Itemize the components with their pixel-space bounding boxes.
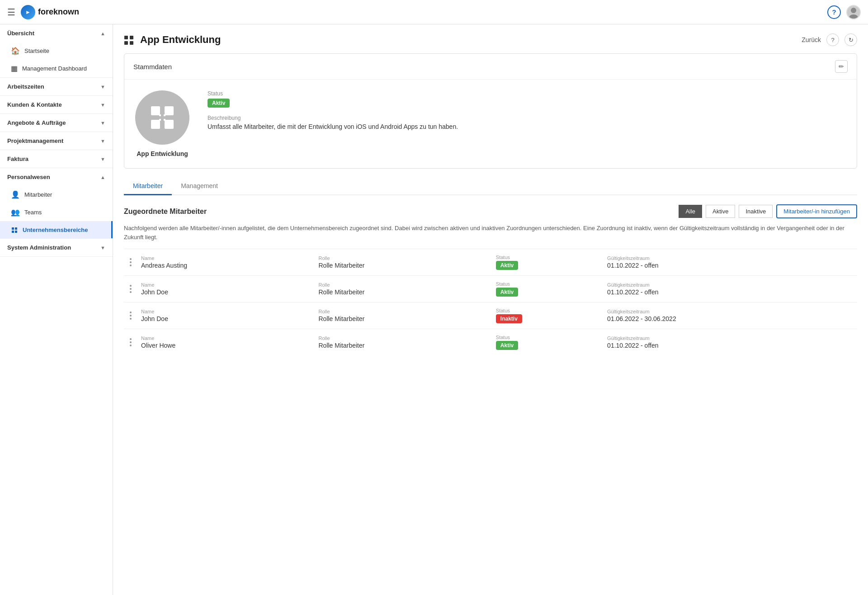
sidebar-section-personalwesen: Personalwesen ▲ 👤 Mitarbeiter 👥 Teams [0, 168, 113, 239]
section-description: Nachfolgend werden alle Mitarbeiter/-inn… [124, 224, 857, 241]
topbar-left: ☰ foreknown [7, 5, 79, 19]
role-col-label: Rolle [318, 255, 488, 261]
department-icon [11, 226, 18, 234]
col-status: Status Aktiv [492, 276, 604, 302]
avatar-circle [135, 90, 189, 145]
col-status: Status Inaktiv [492, 302, 604, 329]
col-status: Status Aktiv [492, 249, 604, 276]
status-badge: Aktiv [208, 99, 230, 108]
role-col-label: Rolle [318, 309, 488, 314]
employee-name: John Doe [141, 288, 311, 296]
employee-table: Name Andreas Austing Rolle Rolle Mitarbe… [124, 249, 857, 355]
app-logo: foreknown [21, 5, 79, 19]
sidebar-section-header-system[interactable]: System Administration ▼ [0, 239, 113, 256]
role-col-label: Rolle [318, 335, 488, 341]
sidebar-section-system: System Administration ▼ [0, 239, 113, 257]
tab-management[interactable]: Management [172, 178, 227, 195]
svg-rect-18 [165, 107, 173, 115]
sidebar-section-label: System Administration [7, 244, 71, 251]
section-header: Zugeordnete Mitarbeiter Alle Aktive Inak… [124, 204, 857, 218]
employee-validity: 01.06.2022 - 30.06.2022 [607, 315, 854, 322]
page-header: App Entwicklung Zurück ? ↻ [124, 33, 857, 46]
logo-icon [21, 5, 35, 19]
page-header-actions: Zurück ? ↻ [802, 33, 857, 46]
sidebar-item-management-dashboard[interactable]: ▦ Management Dashboard [0, 60, 113, 77]
home-icon: 🏠 [11, 47, 20, 55]
name-col-label: Name [141, 335, 311, 341]
row-menu-icon[interactable] [124, 302, 137, 329]
filter-alle-button[interactable]: Alle [679, 205, 702, 218]
tabs: Mitarbeiter Management [124, 178, 857, 195]
description-value: Umfasst alle Mitarbeiter, die mit der En… [208, 123, 846, 130]
chevron-down-icon: ▼ [100, 138, 105, 144]
edit-button[interactable]: ✏ [835, 60, 848, 73]
employee-role: Rolle Mitarbeiter [318, 342, 488, 349]
sidebar-item-startseite[interactable]: 🏠 Startseite [0, 42, 113, 60]
sidebar-section-uebersicht: Übersicht ▲ 🏠 Startseite ▦ Management Da… [0, 24, 113, 78]
stammdaten-title: Stammdaten [133, 63, 172, 71]
section-actions: Alle Aktive Inaktive Mitarbeiter/-in hin… [679, 204, 857, 218]
row-menu-icon[interactable] [124, 249, 137, 276]
svg-rect-7 [130, 36, 133, 39]
sidebar-section-label: Projektmanagement [7, 137, 63, 144]
person-icon: 👤 [11, 190, 20, 199]
sidebar-section-header-uebersicht[interactable]: Übersicht ▲ [0, 24, 113, 42]
sidebar-item-teams[interactable]: 👥 Teams [0, 203, 113, 221]
status-col-label: Status [496, 335, 600, 340]
help-button[interactable]: ? [826, 33, 839, 46]
tab-mitarbeiter[interactable]: Mitarbeiter [124, 178, 172, 195]
col-validity: Gültigkeitszeitraum 01.06.2022 - 30.06.2… [604, 302, 857, 329]
team-name-label: App Entwicklung [137, 150, 188, 157]
svg-rect-16 [151, 116, 174, 119]
sidebar-section-header-faktura[interactable]: Faktura ▼ [0, 150, 113, 168]
sidebar-section-arbeitszeiten: Arbeitszeiten ▼ [0, 78, 113, 96]
user-avatar[interactable] [846, 5, 861, 19]
col-name: Name Oliver Howe [137, 329, 315, 356]
section-title: Zugeordnete Mitarbeiter [124, 208, 207, 216]
main-layout: Übersicht ▲ 🏠 Startseite ▦ Management Da… [0, 24, 868, 595]
employee-role: Rolle Mitarbeiter [318, 262, 488, 269]
description-label: Beschreibung [208, 115, 846, 121]
sidebar-item-mitarbeiter[interactable]: 👤 Mitarbeiter [0, 186, 113, 203]
hamburger-icon[interactable]: ☰ [7, 7, 15, 18]
row-menu-icon[interactable] [124, 276, 137, 302]
name-col-label: Name [141, 309, 311, 314]
three-dots-icon[interactable] [127, 336, 134, 348]
status-label: Status [208, 90, 846, 97]
description-field: Beschreibung Umfasst alle Mitarbeiter, d… [208, 115, 846, 130]
back-button[interactable]: Zurück [802, 36, 821, 43]
sidebar-section-header-angebote[interactable]: Angebote & Aufträge ▼ [0, 114, 113, 132]
mitarbeiter-content: Zugeordnete Mitarbeiter Alle Aktive Inak… [124, 204, 857, 355]
three-dots-icon[interactable] [127, 310, 134, 321]
sidebar-section-label: Personalwesen [7, 174, 50, 180]
add-mitarbeiter-button[interactable]: Mitarbeiter/-in hinzufügen [776, 204, 857, 218]
topbar: ☰ foreknown ? [0, 0, 868, 24]
filter-inaktive-button[interactable]: Inaktive [739, 205, 773, 218]
svg-point-0 [851, 8, 856, 13]
svg-rect-4 [12, 231, 14, 233]
table-row: Name Andreas Austing Rolle Rolle Mitarbe… [124, 249, 857, 276]
page-title: App Entwicklung [124, 34, 221, 46]
col-name: Name John Doe [137, 276, 315, 302]
refresh-button[interactable]: ↻ [844, 33, 857, 46]
sidebar-item-unternehmensbereiche[interactable]: Unternehmensbereiche [0, 221, 113, 238]
sidebar-item-label: Unternehmensbereiche [23, 227, 88, 233]
sidebar-section-header-arbeitszeiten[interactable]: Arbeitszeiten ▼ [0, 78, 113, 95]
svg-rect-20 [165, 120, 173, 128]
row-menu-icon[interactable] [124, 329, 137, 356]
sidebar-section-header-kunden[interactable]: Kunden & Kontakte ▼ [0, 96, 113, 113]
table-row: Name John Doe Rolle Rolle Mitarbeiter St… [124, 302, 857, 329]
sidebar-section-header-projektmanagement[interactable]: Projektmanagement ▼ [0, 132, 113, 150]
topbar-right: ? [827, 5, 861, 19]
chevron-down-icon: ▼ [100, 156, 105, 162]
sidebar: Übersicht ▲ 🏠 Startseite ▦ Management Da… [0, 24, 113, 595]
team-info: Status Aktiv Beschreibung Umfasst alle M… [208, 90, 846, 137]
sidebar-subsection-uebersicht: 🏠 Startseite ▦ Management Dashboard [0, 42, 113, 77]
col-name: Name John Doe [137, 302, 315, 329]
three-dots-icon[interactable] [127, 283, 134, 295]
sidebar-section-header-personalwesen[interactable]: Personalwesen ▲ [0, 168, 113, 186]
three-dots-icon[interactable] [127, 256, 134, 268]
chevron-down-icon: ▼ [100, 84, 105, 90]
filter-aktive-button[interactable]: Aktive [706, 205, 735, 218]
help-icon[interactable]: ? [827, 5, 841, 19]
